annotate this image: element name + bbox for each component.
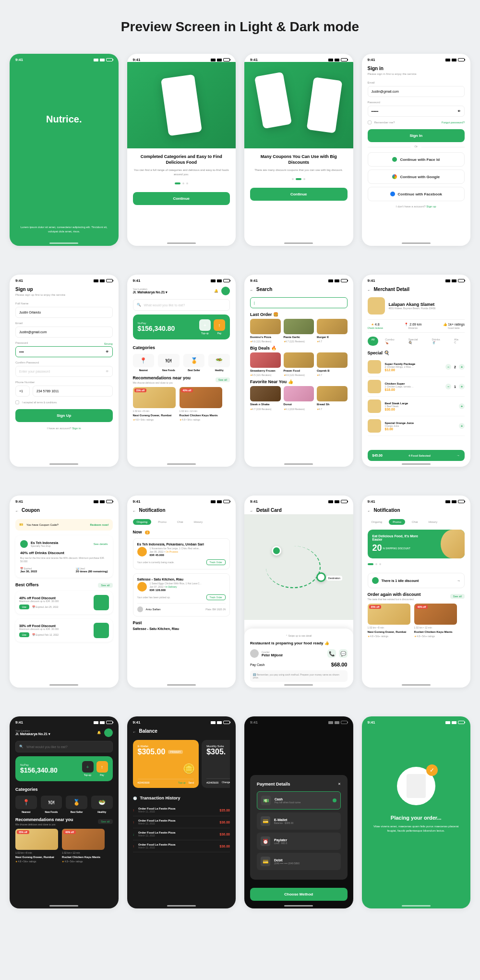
search-result[interactable]: Donut★4.1 (219 Reviews) <box>284 386 314 410</box>
phone-code-field[interactable]: +1 <box>15 386 30 397</box>
payment-debit[interactable]: 💳Debit2049 •••• •••• 2049 5890 <box>257 853 341 870</box>
plus-button[interactable]: + <box>459 384 465 389</box>
track-button[interactable]: Track Order <box>206 559 226 565</box>
signin-button[interactable]: Sign In <box>368 129 465 142</box>
category-nearest[interactable]: 📍Nearest <box>15 796 37 813</box>
password-field[interactable]: ••••👁 <box>15 346 113 357</box>
email-field[interactable]: Justin@gmail.com <box>15 327 113 338</box>
idle-discount-card[interactable]: There is 1 idle discount→ <box>368 573 465 588</box>
tab-history[interactable]: History <box>425 519 442 525</box>
wallet-card[interactable]: E-Wallet $305.00PRIMARY 🪙 #20400690Top-u… <box>133 740 199 788</box>
see-details-link[interactable]: See details <box>94 543 108 545</box>
category-healthy[interactable]: 🥗Healthy <box>208 354 230 372</box>
search-result[interactable]: Domino's Pizza★4.6 (121 Reviews) <box>250 319 281 343</box>
forgot-password-link[interactable]: Forgot password? <box>442 121 465 124</box>
confirm-field[interactable]: Enter your password👁 <box>15 366 113 377</box>
tab-promo[interactable]: Promo <box>389 519 405 525</box>
txn-row[interactable]: ↓Order Food La Festin PizzaMarch 12, 202… <box>133 828 230 840</box>
food-card[interactable]: 40% off1.02 km • 12 minRocket Chicken Ka… <box>414 604 457 638</box>
plus-button[interactable]: + <box>459 423 465 429</box>
signup-link[interactable]: Sign up <box>426 205 436 208</box>
facebook-button[interactable]: Continue with Facebook <box>368 187 465 201</box>
tab-alac[interactable]: Ala C <box>450 337 465 346</box>
food-card[interactable]: 40% off1.02 km • 12 minRocket Chicken Ka… <box>180 387 222 421</box>
topup-button[interactable]: + <box>199 319 211 331</box>
back-icon[interactable]: ← <box>368 509 371 513</box>
food-card[interactable]: 35% off1.02 km • 8 minNasi Goreng Dower,… <box>133 387 176 421</box>
notification-icon[interactable]: 🔔 <box>214 289 218 293</box>
category-new[interactable]: 🍽New Foods <box>158 354 180 372</box>
tab-ongoing[interactable]: Ongoing <box>368 519 386 525</box>
promo-banner[interactable]: Eat Delicious Food, It's More Easier 20%… <box>368 530 465 558</box>
password-field[interactable]: ••••••👁 <box>368 106 465 117</box>
wallet-card-2[interactable]: Monthly Subs $305. #20405600Change Colo <box>202 740 230 788</box>
tab-history[interactable]: History <box>190 519 207 525</box>
search-input[interactable]: | <box>250 297 348 308</box>
continue-button[interactable]: Continue <box>133 192 230 205</box>
see-all-button[interactable]: See all <box>98 819 112 824</box>
eye-icon[interactable]: 👁 <box>106 350 109 353</box>
terms-checkbox[interactable]: I accepted all terms & conditions. <box>15 400 113 404</box>
phone-field[interactable]: 234 5789 1011 <box>33 386 113 397</box>
signup-button[interactable]: Sign Up <box>15 409 113 422</box>
menu-item[interactable]: Beef Steak Large1 Beef Steak$30.00+ <box>368 397 465 416</box>
notification-icon[interactable]: 🔔 <box>97 731 101 735</box>
eye-icon[interactable]: 👁 <box>106 370 109 373</box>
minus-button[interactable]: − <box>445 384 451 389</box>
payment-paylater[interactable]: ⏰PaylaterLimit : 900.0 <box>257 833 341 850</box>
bottom-sheet[interactable]: ⌃ Swipe up to see detail Restaurant is p… <box>244 629 353 688</box>
menu-item[interactable]: Special Orange JuiceOrange Juice$3.00+ <box>368 416 465 436</box>
menu-item[interactable]: Super Family Package2 Chicken Wings, 2 R… <box>368 357 465 377</box>
tab-promo[interactable]: Promo <box>154 519 170 525</box>
search-result[interactable]: Prawn Food★4.6 (121 Reviews) <box>284 352 314 376</box>
category-bestseller[interactable]: 🏅Best Seller <box>183 354 205 372</box>
signin-link[interactable]: Sign in <box>72 427 81 430</box>
tab-drinks[interactable]: Drinks 🥤 <box>428 337 447 346</box>
see-all-button[interactable]: See all <box>98 583 112 588</box>
search-result[interactable]: Geprek B★4.7 <box>317 352 348 376</box>
continue-button[interactable]: Continue <box>250 188 348 201</box>
search-result[interactable]: Strawberry Frozen★4.5 (121 Reviews) <box>250 352 281 376</box>
search-input[interactable]: 🔍What would you like to eat? <box>133 299 230 311</box>
send-link[interactable]: Send <box>189 781 194 784</box>
back-icon[interactable]: ← <box>133 509 136 513</box>
see-all-button[interactable]: See all <box>216 377 230 382</box>
back-icon[interactable]: ← <box>133 730 136 734</box>
back-icon[interactable]: ← <box>15 509 19 513</box>
search-input[interactable]: 🔍What would you like to eat? <box>15 741 113 752</box>
tab-combo[interactable]: Combo 🍗 <box>381 337 402 346</box>
name-field[interactable]: Justin Orlando <box>15 307 113 318</box>
back-icon[interactable]: ← <box>368 289 371 292</box>
call-button[interactable]: 📞 <box>327 649 336 658</box>
food-card[interactable]: 40% off1.02 km • 12 minRocket Chicken Ka… <box>62 829 105 863</box>
txn-row[interactable]: ↑Order Food La Festin PizzaMarch 11, 202… <box>133 804 230 816</box>
track-button[interactable]: Track Order <box>206 594 226 600</box>
plus-button[interactable]: + <box>459 403 465 409</box>
search-result[interactable]: Steak n Shake★4.7 (219 Reviews) <box>250 386 281 410</box>
email-field[interactable]: Justin@gmail.com <box>368 86 465 97</box>
chat-button[interactable]: 💬 <box>339 649 348 658</box>
plus-button[interactable]: + <box>459 364 465 370</box>
pay-button[interactable]: ↑ <box>214 319 225 331</box>
search-result[interactable]: Burger E★4.7 <box>317 319 348 343</box>
search-result[interactable]: Pasta Garlic★4.7 (121 Reviews) <box>284 319 314 343</box>
topup-link[interactable]: Top-up <box>178 781 185 784</box>
choose-method-button[interactable]: Choose Method <box>250 888 348 901</box>
cart-bar[interactable]: $45.004 Food Selected→ <box>368 450 465 461</box>
profile-icon[interactable] <box>221 287 230 295</box>
map-view[interactable]: Destination <box>244 514 353 620</box>
use-button[interactable]: Use <box>19 605 29 609</box>
close-icon[interactable]: ✕ <box>338 782 341 786</box>
back-icon[interactable]: ← <box>250 509 253 513</box>
location-selector[interactable]: Jl. Mahakarya No.21 ▾ <box>133 290 168 294</box>
location-selector[interactable]: Jl. Mahakarya No.21 ▾ <box>15 732 50 736</box>
remember-checkbox[interactable]: Remember me? <box>368 121 395 124</box>
category-new[interactable]: 🍽New Foods <box>41 796 62 813</box>
category-bestseller[interactable]: 🏅Best Seller <box>66 796 87 813</box>
food-card[interactable]: 35% off1.02 km • 8 minNasi Goreng Dower,… <box>15 829 58 863</box>
menu-item[interactable]: Chicken Super1 Chicken Large, tomato ...… <box>368 377 465 397</box>
food-card[interactable]: 35% off1.02 km • 8 minNasi Goreng Dower,… <box>368 604 410 638</box>
eye-icon[interactable]: 👁 <box>457 109 461 113</box>
payment-cash[interactable]: 💵CashPay bill when food come <box>257 791 341 810</box>
tab-chat[interactable]: Chat <box>173 519 187 525</box>
